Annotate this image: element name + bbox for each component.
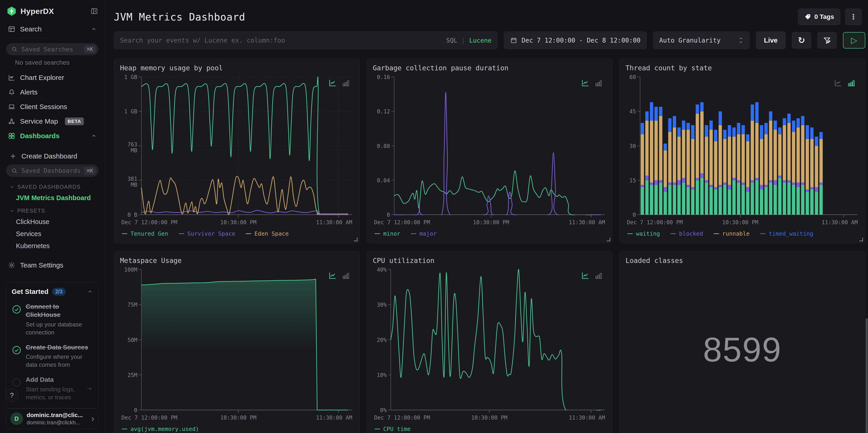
legend-item[interactable]: runnable (714, 230, 750, 237)
chevron-up-icon[interactable] (91, 26, 97, 32)
get-started-step-sources[interactable]: Create Data Sources Configure where your… (11, 343, 93, 369)
sql-toggle[interactable]: SQL (446, 37, 458, 44)
legend-item[interactable]: avg(jvm.memory.used) (122, 426, 199, 432)
select-chevrons-icon (738, 37, 743, 44)
bar-chart-view-icon[interactable] (847, 78, 856, 87)
sidebar-item-clickhouse[interactable]: ClickHouse (6, 216, 99, 228)
bar-chart-view-icon[interactable] (341, 78, 350, 87)
line-chart-view-icon[interactable] (581, 271, 590, 280)
collapse-sidebar-icon[interactable] (90, 7, 98, 15)
sidebar-item-label: Search (20, 25, 42, 33)
resize-handle[interactable] (354, 238, 358, 241)
svg-text:20%: 20% (377, 337, 387, 343)
svg-text:11:30:00 AM: 11:30:00 AM (569, 414, 605, 421)
svg-text:60: 60 (629, 74, 636, 80)
line-chart-view-icon[interactable] (328, 78, 337, 87)
legend-item[interactable]: major (411, 230, 436, 237)
create-dashboard-button[interactable]: Create Dashboard (6, 149, 99, 163)
panel-title: Thread count by state (625, 64, 859, 72)
legend-item[interactable]: waiting (627, 230, 660, 237)
panel-metaspace: Metaspace Usage 100M75M50M25M0Dec 7 12:0… (114, 251, 360, 433)
sidebar-item-service-map[interactable]: Service Map BETA (6, 114, 99, 129)
brand-name: HyperDX (21, 7, 54, 16)
saved-dashboards-search[interactable]: ⌘K (6, 164, 99, 177)
step-title: Connect to ClickHouse (26, 303, 93, 319)
sidebar-item-dashboards[interactable]: Dashboards (6, 129, 99, 143)
svg-text:10%: 10% (377, 372, 387, 378)
user-menu[interactable]: D dominic.tran@clic... dominic.tran@clic… (6, 408, 99, 429)
chevron-up-icon[interactable] (91, 133, 97, 139)
svg-text:25M: 25M (127, 372, 137, 378)
sidebar-item-label: Client Sessions (20, 103, 67, 111)
bar-chart-view-icon[interactable] (594, 78, 603, 87)
user-email: dominic.tran@clickh... (27, 419, 83, 426)
panel-title: Metaspace Usage (120, 256, 353, 265)
refresh-button[interactable]: ↻ (792, 32, 811, 49)
section-presets[interactable]: PRESETS (6, 204, 99, 216)
vertical-scrollbar[interactable] (866, 0, 868, 433)
progress-badge: 2/3 (52, 288, 66, 296)
event-search[interactable]: SQL | Lucene (114, 31, 498, 49)
sidebar-item-team-settings[interactable]: Team Settings (6, 258, 99, 273)
legend-item[interactable]: blocked (670, 230, 703, 237)
chart-legend: avg(jvm.memory.used) (120, 423, 353, 433)
sidebar-item-search[interactable]: Search (6, 22, 99, 36)
page-title: JVM Metrics Dashboard (114, 11, 245, 23)
sidebar-item-chart-explorer[interactable]: Chart Explorer (6, 70, 99, 85)
sidebar-item-alerts[interactable]: Alerts (6, 85, 99, 99)
saved-searches-search[interactable]: ⌘K (6, 43, 99, 55)
legend-item[interactable]: Tenured Gen (122, 230, 168, 237)
saved-searches-input[interactable] (21, 45, 81, 53)
chevron-up-icon[interactable] (87, 289, 93, 295)
saved-dashboards-input[interactable] (21, 167, 81, 175)
live-button[interactable]: Live (756, 31, 785, 49)
sidebar-item-services[interactable]: Services (6, 228, 99, 240)
panel-menu-button[interactable]: ⋮ (845, 9, 862, 25)
legend-item[interactable]: CPU time (375, 426, 410, 432)
bar-chart-view-icon[interactable] (341, 271, 350, 280)
line-chart-view-icon[interactable] (581, 78, 590, 87)
chart-canvas: 40%30%20%10%0%Dec 7 12:00:00 PM10:30:00 … (373, 265, 607, 423)
resize-handle[interactable] (607, 238, 610, 241)
get-started-step-add-data[interactable]: Add Data Start sending logs, metrics, or… (11, 376, 93, 401)
svg-text:1 GB: 1 GB (124, 74, 137, 80)
chart-explorer-icon (8, 74, 16, 82)
divider (0, 145, 104, 145)
resize-handle[interactable] (859, 238, 863, 241)
query-language-toggle[interactable]: SQL | Lucene (446, 37, 492, 44)
lucene-toggle[interactable]: Lucene (469, 37, 492, 44)
legend-item[interactable]: minor (375, 230, 400, 237)
legend-item[interactable]: Eden Space (246, 230, 289, 237)
tags-button[interactable]: 0 Tags (798, 9, 840, 25)
section-saved-dashboards[interactable]: SAVED DASHBOARDS (6, 180, 99, 192)
sidebar-item-kubernetes[interactable]: Kubernetes (6, 240, 99, 252)
help-button[interactable]: ? (5, 389, 19, 402)
svg-text:30%: 30% (377, 302, 387, 308)
svg-text:Dec 7 12:00:00 PM: Dec 7 12:00:00 PM (374, 219, 430, 226)
svg-text:10:30:00 PM: 10:30:00 PM (473, 219, 509, 226)
bar-chart-view-icon[interactable] (594, 271, 603, 280)
line-chart-view-icon[interactable] (328, 271, 337, 280)
circle-icon (11, 377, 22, 388)
filter-edit-button[interactable] (817, 32, 837, 49)
date-range-picker[interactable]: Dec 7 12:00:00 - Dec 8 12:00:00 (504, 31, 647, 49)
legend-item[interactable]: Survivor Space (179, 230, 236, 237)
line-chart-view-icon[interactable] (834, 78, 843, 87)
chart-legend: CPU time (373, 423, 607, 433)
granularity-select[interactable]: Auto Granularity (653, 31, 750, 49)
get-started-step-connect[interactable]: Connect to ClickHouse Set up your databa… (11, 303, 93, 337)
sidebar-item-jvm-metrics-dashboard[interactable]: JVM Metrics Dashboard (6, 192, 99, 204)
event-search-input[interactable] (120, 36, 445, 44)
scrollbar-thumb[interactable] (866, 318, 868, 433)
svg-text:Dec 7 12:00:00 PM: Dec 7 12:00:00 PM (121, 219, 177, 226)
sidebar-header: HyperDX (6, 5, 99, 22)
svg-text:10:30:00 PM: 10:30:00 PM (220, 219, 256, 226)
svg-text:0: 0 (633, 212, 636, 218)
shortcut-badge: ⌘K (84, 167, 96, 175)
panel-title: CPU utilization (373, 256, 607, 265)
sidebar-item-client-sessions[interactable]: Client Sessions (6, 99, 99, 114)
get-started-title: Get Started (11, 288, 49, 296)
svg-text:Dec 7 12:00:00 PM: Dec 7 12:00:00 PM (121, 414, 177, 421)
legend-item[interactable]: timed_waiting (760, 230, 813, 237)
run-query-button[interactable]: ▷ (843, 32, 865, 49)
